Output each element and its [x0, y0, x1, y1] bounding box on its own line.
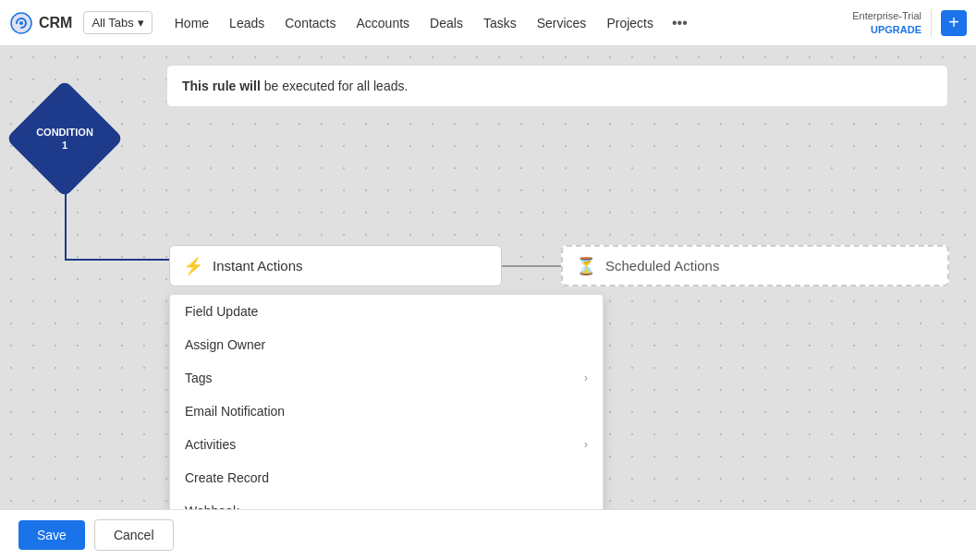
connector-to-scheduled: [502, 265, 562, 267]
chevron-down-icon: ▾: [138, 16, 144, 30]
nav-item-leads[interactable]: Leads: [220, 10, 274, 36]
dropdown-item-tags[interactable]: Tags ›: [170, 361, 603, 395]
navbar: CRM All Tabs ▾ Home Leads Contacts Accou…: [0, 0, 976, 46]
scheduled-actions-label: Scheduled Actions: [605, 258, 719, 274]
dropdown-menu: Field Update Assign Owner Tags › Email N…: [169, 294, 604, 509]
create-record-label: Create Record: [185, 470, 269, 485]
condition-number: 1: [62, 139, 67, 152]
nav-item-home[interactable]: Home: [165, 10, 218, 36]
tags-arrow-icon: ›: [584, 371, 588, 384]
nav-item-accounts[interactable]: Accounts: [348, 10, 420, 36]
info-text-bold: This rule will: [182, 79, 261, 93]
activities-arrow-icon: ›: [584, 438, 588, 451]
canvas: CONDITION 1 This rule will be executed f…: [0, 46, 976, 509]
email-notification-label: Email Notification: [185, 404, 285, 419]
nav-items: Home Leads Contacts Accounts Deals Tasks…: [165, 9, 848, 37]
svg-point-0: [19, 21, 23, 25]
all-tabs-label: All Tabs: [92, 16, 133, 30]
nav-item-contacts[interactable]: Contacts: [275, 10, 345, 36]
dropdown-item-field-update[interactable]: Field Update: [170, 295, 603, 328]
enterprise-trial-label: Enterprise-Trial: [852, 9, 921, 22]
dropdown-item-create-record[interactable]: Create Record: [170, 461, 603, 494]
connector-vertical: [65, 189, 67, 259]
dropdown-item-email-notification[interactable]: Email Notification: [170, 395, 603, 428]
upgrade-link[interactable]: UPGRADE: [852, 23, 921, 36]
webhook-label: Webhook: [185, 504, 239, 509]
nav-logo: CRM: [9, 11, 72, 35]
bottom-bar: Save Cancel: [0, 509, 976, 560]
info-box: This rule will be executed for all leads…: [166, 65, 948, 107]
diamond-text: CONDITION 1: [18, 92, 111, 185]
scheduled-actions-box[interactable]: ⏳ Scheduled Actions: [561, 245, 949, 286]
enterprise-badge: Enterprise-Trial UPGRADE: [852, 9, 921, 36]
dropdown-item-assign-owner[interactable]: Assign Owner: [170, 328, 603, 361]
save-button[interactable]: Save: [18, 520, 85, 550]
activities-label: Activities: [185, 437, 236, 452]
nav-item-tasks[interactable]: Tasks: [474, 10, 526, 36]
all-tabs-button[interactable]: All Tabs ▾: [83, 11, 152, 34]
hourglass-icon: ⏳: [576, 256, 596, 276]
nav-more-button[interactable]: •••: [665, 9, 695, 37]
tags-label: Tags: [185, 371, 213, 385]
nav-item-deals[interactable]: Deals: [421, 10, 472, 36]
condition-label: CONDITION: [36, 126, 93, 139]
condition-diamond: CONDITION 1: [18, 92, 111, 185]
nav-right: Enterprise-Trial UPGRADE +: [852, 9, 967, 37]
info-text-rest: be executed for all leads.: [264, 79, 409, 93]
add-button[interactable]: +: [941, 10, 967, 36]
nav-item-projects[interactable]: Projects: [597, 10, 663, 36]
crm-logo-icon: [9, 11, 33, 35]
main-area: CONDITION 1 This rule will be executed f…: [0, 46, 976, 560]
dropdown-item-activities[interactable]: Activities ›: [170, 428, 603, 461]
nav-divider: [931, 9, 932, 37]
instant-actions-box[interactable]: ⚡ Instant Actions: [169, 245, 502, 286]
assign-owner-label: Assign Owner: [185, 337, 265, 352]
dropdown-item-webhook[interactable]: Webhook: [170, 494, 603, 509]
crm-logo-text: CRM: [39, 15, 72, 31]
field-update-label: Field Update: [185, 304, 258, 319]
lightning-icon: ⚡: [183, 256, 203, 276]
connector-horizontal: [65, 259, 176, 261]
cancel-button[interactable]: Cancel: [94, 519, 174, 551]
nav-item-services[interactable]: Services: [528, 10, 596, 36]
instant-actions-label: Instant Actions: [213, 258, 303, 274]
